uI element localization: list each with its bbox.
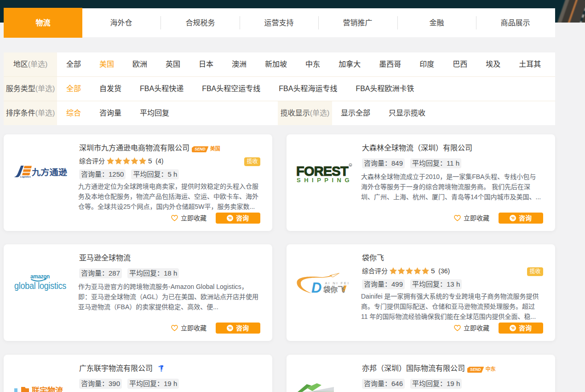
svg-text:global logistics: global logistics: [14, 280, 66, 291]
svg-text:联宇物流: 联宇物流: [32, 386, 63, 392]
svg-text:SHIPPING: SHIPPING: [297, 177, 353, 184]
svg-text:Logistics: Logistics: [20, 175, 31, 178]
svg-text:D: D: [311, 280, 321, 296]
svg-text:袋你飞: 袋你飞: [323, 285, 345, 294]
svg-text:amazon: amazon: [30, 273, 50, 280]
svg-text:R: R: [350, 164, 351, 167]
svg-text:FOREST: FOREST: [296, 164, 349, 179]
svg-text:AI NI FEI: AI NI FEI: [325, 281, 350, 285]
svg-text:九方通逊: 九方通逊: [31, 167, 68, 177]
